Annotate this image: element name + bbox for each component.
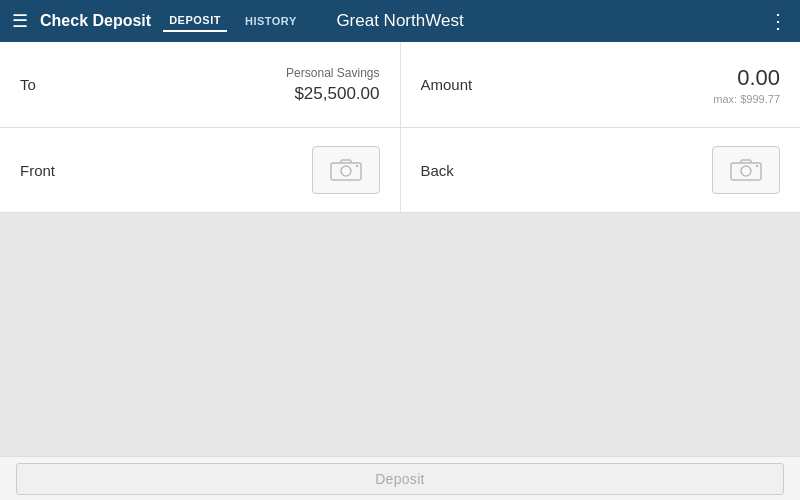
menu-icon[interactable]: ☰ [12,10,28,32]
deposit-button[interactable]: Deposit [16,463,784,495]
back-label: Back [421,162,454,179]
grey-area [0,213,800,456]
photo-row: Front Back [0,128,800,213]
content-area: To Personal Savings $25,500.00 Amount 0.… [0,42,800,500]
amount-value-container: 0.00 max: $999.77 [713,65,780,105]
amount-value: 0.00 [713,65,780,91]
svg-point-1 [341,166,351,176]
navbar-left: ☰ Check Deposit DEPOSIT HISTORY [12,10,303,32]
back-cell[interactable]: Back [401,128,801,212]
more-options-icon[interactable]: ⋮ [768,9,788,33]
svg-point-5 [756,165,758,167]
back-camera-button[interactable] [712,146,780,194]
form-row-1: To Personal Savings $25,500.00 Amount 0.… [0,42,800,127]
tab-history[interactable]: HISTORY [239,11,303,31]
front-cell[interactable]: Front [0,128,401,212]
amount-cell[interactable]: Amount 0.00 max: $999.77 [401,42,801,127]
back-camera-icon [730,158,762,182]
form-section-top: To Personal Savings $25,500.00 Amount 0.… [0,42,800,128]
app-title: Check Deposit [40,12,151,30]
account-name: Personal Savings [286,66,379,80]
front-camera-button[interactable] [312,146,380,194]
to-cell[interactable]: To Personal Savings $25,500.00 [0,42,401,127]
amount-max: max: $999.77 [713,93,780,105]
account-balance: $25,500.00 [286,84,379,104]
amount-label: Amount [421,76,473,93]
bank-name: Great NorthWest [336,11,463,31]
tab-deposit[interactable]: DEPOSIT [163,10,227,32]
svg-point-4 [741,166,751,176]
to-value: Personal Savings $25,500.00 [286,66,379,104]
svg-point-2 [355,165,357,167]
bottom-bar: Deposit [0,456,800,500]
navbar: ☰ Check Deposit DEPOSIT HISTORY Great No… [0,0,800,42]
front-label: Front [20,162,55,179]
front-camera-icon [330,158,362,182]
to-label: To [20,76,36,93]
